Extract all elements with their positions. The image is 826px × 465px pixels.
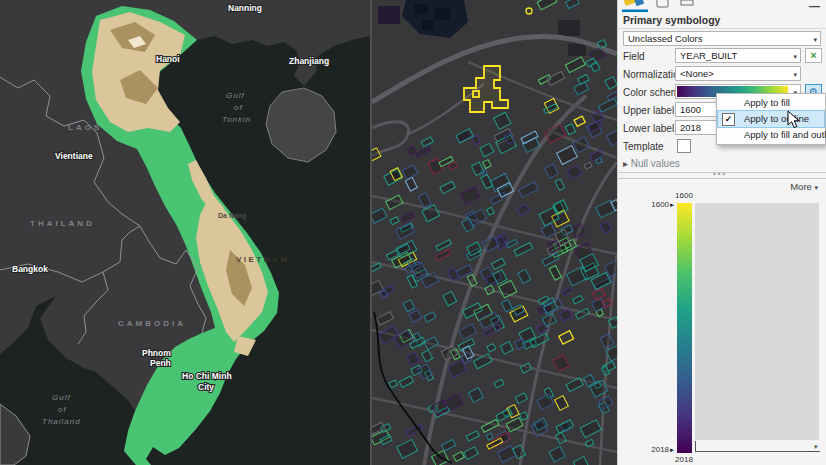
histogram-axis (695, 451, 820, 452)
svg-text:City: City (198, 382, 214, 392)
label-thailand: THAILAND (30, 219, 95, 228)
label-vientiane: Vientiane (55, 151, 93, 161)
splitter-grip[interactable]: ••• (713, 169, 727, 178)
chevron-down-icon: ▾ (813, 33, 817, 46)
tick-arrow-icon: ► (669, 447, 675, 453)
menu-item-apply-to-fill-and-outline[interactable]: Apply to fill and outline (718, 127, 824, 143)
chevron-down-icon: ▾ (814, 184, 818, 191)
template-label: Template (623, 141, 664, 152)
color-scheme-context-menu: Apply to fill ✓ Apply to outline Apply t… (716, 93, 826, 145)
label-hanoi: Hanoi (156, 54, 180, 64)
label-zhanjiang: Zhanjiang (289, 56, 329, 66)
symbology-method-select[interactable]: Unclassed Colors ▾ (623, 31, 821, 46)
histogram-area[interactable] (695, 203, 819, 440)
svg-text:Ho Chi Minh: Ho Chi Minh (182, 371, 232, 381)
catalog-tab-icon[interactable] (680, 0, 694, 12)
svg-text:Tonkin: Tonkin (222, 115, 251, 124)
label-laos: LAOS (68, 123, 102, 132)
vietnam-terrain-map[interactable]: Nanning Hanoi Zhanjiang Vientiane Bangko… (0, 0, 370, 465)
ramp-lower-tick[interactable]: 2018► (638, 445, 675, 454)
divider (618, 178, 826, 179)
label-bangkok: Bangkok (12, 264, 48, 274)
svg-text:Penh: Penh (150, 358, 171, 368)
svg-text:of: of (234, 103, 243, 112)
panel-title: Primary symbology (623, 14, 720, 26)
upper-label-label: Upper label (623, 105, 674, 116)
axis-arrow-icon: ▾ (814, 443, 818, 451)
label-cambodia: CAMBODIA (118, 319, 186, 328)
divider (618, 28, 826, 29)
remove-x-icon: × (810, 49, 816, 61)
svg-text:Gulf: Gulf (226, 91, 245, 100)
vertical-color-ramp[interactable] (677, 203, 692, 453)
svg-text:Phnom: Phnom (142, 348, 171, 358)
chevron-right-icon: ▸ (623, 158, 628, 169)
primary-symbology-tab[interactable] (621, 0, 649, 12)
svg-text:of: of (58, 405, 67, 414)
field-label: Field (623, 51, 645, 62)
ramp-upper-tick[interactable]: 1600► (638, 200, 675, 209)
chevron-down-icon: ▾ (793, 50, 797, 63)
symbology-panel: — Primary symbology Unclassed Colors ▾ F… (617, 0, 826, 465)
panel-menu-button[interactable]: — (809, 0, 820, 12)
remove-field-button[interactable]: × (805, 48, 822, 63)
ramp-upper-value: 1600 (669, 191, 699, 200)
normalization-select[interactable]: <None> ▾ (675, 66, 801, 81)
tick-arrow-icon: ► (669, 202, 675, 208)
mouse-cursor (787, 110, 801, 129)
chevron-down-icon: ▾ (793, 68, 797, 81)
label-vietnam: VIETNAM (236, 255, 290, 264)
menu-item-apply-to-outline[interactable]: ✓ Apply to outline (718, 111, 824, 127)
template-checkbox[interactable] (677, 139, 691, 153)
more-button[interactable]: More ▾ (790, 181, 818, 192)
label-da-nang: Da Nang (218, 212, 246, 220)
svg-text:Thailand: Thailand (42, 417, 81, 426)
label-nanning: Nanning (228, 3, 262, 13)
ramp-lower-value: 2018 (669, 455, 699, 464)
null-values-expander[interactable]: ▸ Null values (623, 158, 680, 169)
histogram-axis-tick (695, 441, 696, 451)
labeling-tab-icon[interactable] (656, 0, 670, 12)
app-window: Nanning Hanoi Zhanjiang Vientiane Bangko… (0, 0, 826, 465)
checkmark-icon: ✓ (722, 113, 735, 126)
lower-label-label: Lower label (623, 123, 674, 134)
field-select[interactable]: YEAR_BUILT ▾ (675, 48, 801, 63)
menu-item-apply-to-fill[interactable]: Apply to fill (718, 95, 824, 111)
city-buildings-map[interactable] (372, 0, 617, 465)
svg-text:Gulf: Gulf (52, 393, 71, 402)
